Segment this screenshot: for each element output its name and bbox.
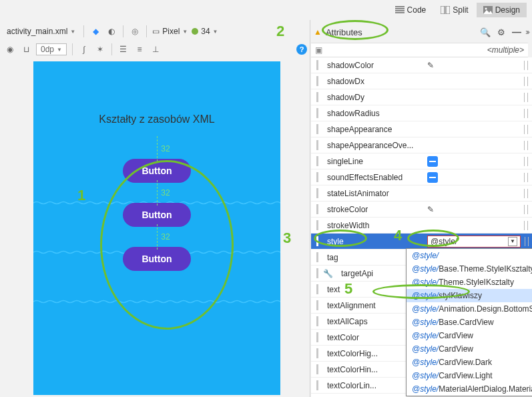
autocomplete-item[interactable]: @style/Theme.StyleIKsztalty — [407, 276, 532, 289]
minimize-icon[interactable]: — — [512, 27, 521, 37]
attribute-row[interactable]: shadowDx — [311, 73, 532, 89]
attribute-value[interactable]: ✎ — [427, 61, 532, 70]
autocomplete-item[interactable]: @style/MaterialAlertDialog.Material3 — [407, 382, 532, 396]
magnet-icon[interactable]: ⊔ — [20, 43, 32, 55]
autocomplete-prefix: @style/ — [412, 371, 439, 380]
api-selector[interactable]: 34 ▼ — [192, 27, 218, 36]
attribute-handle — [524, 61, 528, 70]
attribute-value[interactable]: @style/▼ — [427, 236, 532, 248]
attribute-value[interactable] — [427, 93, 532, 102]
autocomplete-suffix: Base.Theme.StyleIKsztalty — [439, 264, 532, 274]
attribute-value[interactable] — [427, 125, 532, 134]
selection-info-row: ▣ <multiple> — [311, 43, 528, 57]
align-icon[interactable]: ≡ — [134, 43, 146, 55]
attribute-handle — [524, 189, 528, 198]
attribute-row[interactable]: shapeAppearanceOve... — [311, 137, 532, 153]
panel-divider[interactable] — [310, 20, 310, 397]
android-icon — [192, 28, 198, 35]
wrench-icon: 🔧 — [323, 269, 333, 278]
palette-icon[interactable]: ◐ — [105, 25, 117, 37]
canvas-button-3[interactable]: Button — [123, 247, 190, 271]
attribute-label: strokeColor — [323, 205, 423, 214]
code-lines-icon — [395, 6, 405, 14]
gear-icon[interactable]: ⚙ — [497, 27, 505, 37]
attribute-label: singleLine — [323, 157, 423, 166]
eye-icon[interactable]: ◉ — [4, 43, 16, 55]
canvas-title[interactable]: Kształty z zasobów XML — [99, 113, 214, 125]
chevron-down-icon: ▼ — [213, 29, 218, 35]
attribute-value[interactable] — [427, 77, 532, 86]
attribute-row[interactable]: singleLine — [311, 153, 532, 169]
style-input[interactable]: @style/▼ — [427, 236, 521, 248]
canvas-button-2[interactable]: Button — [123, 203, 190, 227]
autocomplete-prefix: @style/ — [412, 264, 439, 274]
guideline-icon[interactable]: ⊥ — [150, 43, 162, 55]
autocomplete-suffix: CardView.Dark — [439, 358, 492, 367]
attribute-row[interactable]: stateListAnimator — [311, 185, 532, 202]
search-icon[interactable]: 🔍 — [480, 27, 491, 37]
attribute-label: stateListAnimator — [323, 189, 423, 198]
attribute-row[interactable]: shadowRadius — [311, 105, 532, 121]
dropdown-arrow-icon[interactable]: ▼ — [508, 237, 517, 246]
attribute-row[interactable]: soundEffectsEnabled — [311, 169, 532, 185]
design-toolbar: ◉ ⊔ 0dp ▼ ∫ ✶ ☰ ≡ ⊥ ? — [4, 41, 307, 57]
attribute-row[interactable]: shadowColor✎ — [311, 57, 532, 73]
zoom-icon[interactable]: ◎ — [129, 25, 141, 37]
tab-code[interactable]: Code — [388, 3, 433, 17]
file-tab[interactable]: activity_main.xml ▼ — [4, 25, 78, 37]
autocomplete-suffix: Base.CardView — [439, 318, 494, 327]
tab-design-label: Design — [495, 5, 520, 15]
pack-icon[interactable]: ☰ — [117, 43, 129, 55]
canvas-button-1[interactable]: Button — [123, 159, 190, 183]
margin-indicator: 32 — [142, 227, 171, 247]
color-picker-icon[interactable]: ✎ — [427, 205, 434, 214]
autocomplete-suffix: stylKlawiszy — [439, 291, 482, 300]
attribute-value[interactable] — [427, 189, 532, 198]
attribute-row[interactable]: strokeWidth — [311, 218, 532, 234]
attribute-handle — [524, 93, 528, 102]
attribute-label: strokeWidth — [323, 221, 423, 230]
attribute-value[interactable]: ✎ — [427, 205, 532, 214]
style-input-value: @style/ — [431, 237, 457, 246]
attributes-header: ▲ Attributes 🔍 ⚙ — — [311, 24, 528, 40]
autocomplete-item[interactable]: @style/stylKlawiszy — [407, 289, 532, 302]
autocomplete-item[interactable]: @style/CardView.Dark — [407, 356, 532, 369]
autocomplete-item[interactable]: @style/CardView.Light — [407, 369, 532, 382]
default-margin-input[interactable]: 0dp ▼ — [36, 43, 67, 55]
separator — [72, 43, 73, 55]
attribute-label: shadowDx — [323, 77, 423, 86]
layers-icon[interactable]: ◆ — [89, 25, 101, 37]
autocomplete-item[interactable]: @style/CardView — [407, 329, 532, 342]
autocomplete-item[interactable]: @style/Base.Theme.StyleIKsztalty — [407, 262, 532, 276]
autocomplete-item[interactable]: @style/CardView — [407, 342, 532, 356]
clear-constraints-icon[interactable]: ✶ — [94, 43, 106, 55]
tab-design[interactable]: Design — [477, 3, 527, 17]
svg-rect-1 — [446, 6, 450, 14]
device-selector[interactable]: ▭ Pixel ▼ — [152, 27, 188, 36]
autocomplete-item[interactable]: @style/ — [407, 249, 532, 262]
attribute-value[interactable] — [427, 221, 532, 230]
attribute-value[interactable] — [427, 109, 532, 118]
help-icon[interactable]: ? — [296, 44, 307, 55]
attribute-label: shadowColor — [323, 61, 423, 70]
attribute-row[interactable]: shadowDy — [311, 89, 532, 105]
autocomplete-item[interactable]: @style/Animation.Design.BottomSheetDialo… — [407, 302, 532, 316]
color-picker-icon[interactable]: ✎ — [427, 61, 434, 70]
toggle-indeterminate-icon[interactable] — [427, 156, 438, 167]
attribute-value[interactable] — [427, 141, 532, 150]
design-canvas[interactable]: Kształty z zasobów XML 32 Button 32 Butt… — [33, 61, 280, 395]
margin-indicator: 32 — [142, 139, 171, 159]
attribute-value[interactable] — [427, 156, 532, 167]
attribute-value[interactable] — [427, 172, 532, 183]
toggle-indeterminate-icon[interactable] — [427, 172, 438, 183]
attribute-row[interactable]: strokeColor✎ — [311, 202, 532, 218]
autocomplete-prefix: @style/ — [412, 304, 439, 314]
tab-split[interactable]: Split — [434, 3, 475, 17]
attribute-row[interactable]: style@style/▼ — [311, 234, 532, 250]
style-autocomplete-dropdown[interactable]: @style/@style/Base.Theme.StyleIKsztalty@… — [406, 248, 532, 396]
autocomplete-prefix: @style/ — [412, 331, 439, 340]
autocomplete-item[interactable]: @style/Base.CardView — [407, 316, 532, 329]
separator — [111, 43, 112, 55]
infer-constraints-icon[interactable]: ∫ — [78, 43, 90, 55]
attribute-row[interactable]: shapeAppearance — [311, 121, 532, 137]
